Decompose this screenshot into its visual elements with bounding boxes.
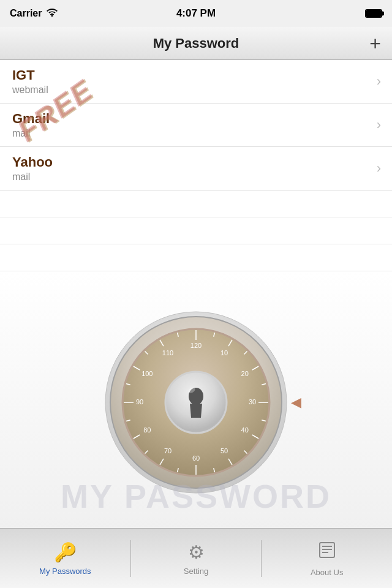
tab-setting-label: Setting — [184, 567, 208, 576]
item-name: Gmail — [12, 111, 380, 127]
svg-text:10: 10 — [221, 349, 228, 356]
svg-marker-6 — [190, 404, 202, 418]
chevron-right-icon: › — [377, 160, 381, 176]
list-item[interactable]: Yahoo mail › — [0, 147, 392, 190]
status-time: 4:07 PM — [176, 7, 216, 20]
tab-setting[interactable]: ⚙ Setting — [131, 529, 262, 588]
battery-area — [365, 9, 382, 18]
password-list: IGT webmail › Gmail mail › Yahoo mail › — [0, 60, 392, 190]
tab-about-us[interactable]: About Us — [262, 529, 392, 588]
page-title: My Password — [153, 36, 239, 51]
svg-text:120: 120 — [190, 342, 202, 349]
gear-icon: ⚙ — [188, 541, 205, 563]
svg-text:100: 100 — [141, 370, 153, 377]
item-name: Yahoo — [12, 154, 380, 170]
svg-text:90: 90 — [136, 398, 143, 405]
svg-text:20: 20 — [241, 370, 249, 377]
carrier-info: Carrier — [10, 8, 58, 19]
add-password-button[interactable]: + — [369, 34, 381, 53]
svg-text:60: 60 — [192, 454, 200, 462]
combination-lock-dial: ◀ — [104, 311, 288, 494]
tab-my-passwords-label: My Passwords — [39, 567, 91, 576]
item-category: mail — [12, 128, 380, 139]
svg-point-0 — [51, 15, 53, 17]
svg-text:70: 70 — [164, 447, 172, 454]
key-icon: 🔑 — [54, 541, 77, 563]
list-item[interactable]: IGT webmail › — [0, 60, 392, 104]
chevron-right-icon: › — [377, 117, 381, 133]
navigation-bar: My Password + — [0, 27, 392, 60]
dial-svg: 120 10 20 30 40 50 60 70 80 90 100 110 — [104, 311, 288, 494]
empty-lines-area — [0, 190, 392, 271]
tab-my-passwords[interactable]: 🔑 My Passwords — [0, 529, 130, 588]
svg-text:110: 110 — [162, 349, 173, 356]
carrier-label: Carrier — [10, 8, 42, 19]
item-category: webmail — [12, 85, 380, 96]
tab-bar: 🔑 My Passwords ⚙ Setting About Us — [0, 528, 392, 588]
item-name: IGT — [12, 67, 380, 83]
lock-dial-area: MY PASSWORD ◀ — [0, 271, 392, 528]
svg-text:50: 50 — [221, 447, 228, 454]
svg-text:40: 40 — [241, 426, 249, 434]
svg-text:30: 30 — [249, 398, 256, 405]
battery-icon — [365, 9, 382, 18]
tab-about-us-label: About Us — [311, 568, 343, 577]
chevron-right-icon: › — [377, 74, 381, 89]
wifi-icon — [47, 8, 58, 19]
item-category: mail — [12, 172, 380, 183]
list-item[interactable]: Gmail mail › — [0, 104, 392, 147]
status-bar: Carrier 4:07 PM — [0, 0, 392, 27]
svg-text:80: 80 — [143, 426, 151, 434]
main-content: FREE IGT webmail › Gmail mail › Yahoo ma… — [0, 60, 392, 528]
about-icon — [317, 540, 337, 564]
dial-arrow-icon: ◀ — [291, 394, 301, 410]
